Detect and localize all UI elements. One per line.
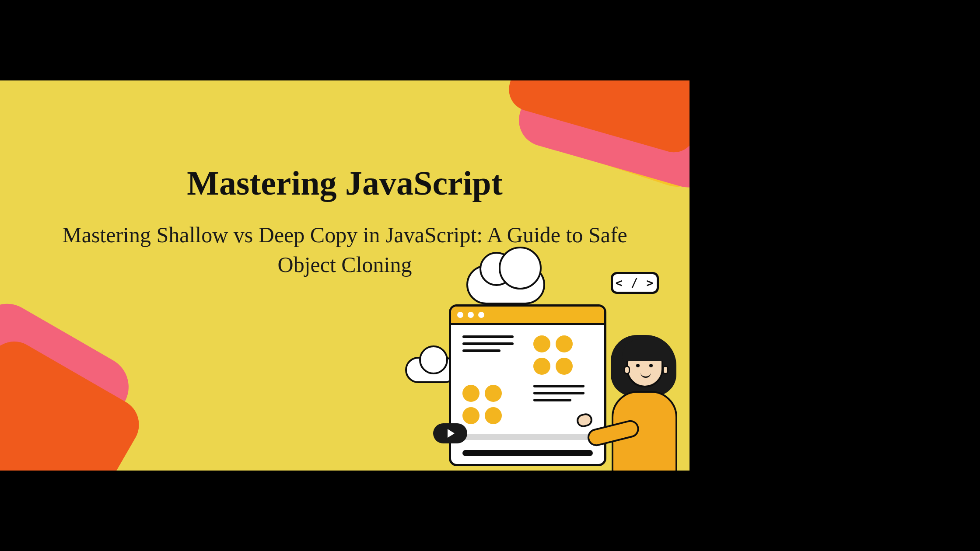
grid-dots-icon — [533, 335, 573, 375]
traffic-light-dot — [478, 312, 484, 318]
browser-window-icon — [449, 304, 606, 466]
browser-body — [451, 325, 604, 464]
traffic-light-dot — [457, 312, 463, 318]
placeholder-bar — [462, 434, 593, 440]
grid-dots-icon — [462, 385, 502, 424]
letterbox-right — [690, 80, 980, 471]
code-badge-icon: < / > — [611, 272, 659, 294]
stage: Mastering JavaScript Mastering Shallow v… — [0, 0, 980, 551]
person-illustration — [584, 317, 681, 471]
illustration-group: < / > — [410, 256, 672, 471]
browser-titlebar — [451, 307, 604, 325]
text-lines-icon — [462, 335, 522, 375]
letterbox-top — [0, 0, 980, 80]
traffic-light-dot — [468, 312, 474, 318]
cloud-icon — [466, 265, 545, 304]
letterbox-bottom — [0, 471, 980, 551]
placeholder-bar-dark — [462, 450, 593, 456]
slide-heading: Mastering JavaScript — [0, 164, 690, 203]
play-icon — [433, 423, 467, 443]
slide-canvas: Mastering JavaScript Mastering Shallow v… — [0, 80, 690, 471]
